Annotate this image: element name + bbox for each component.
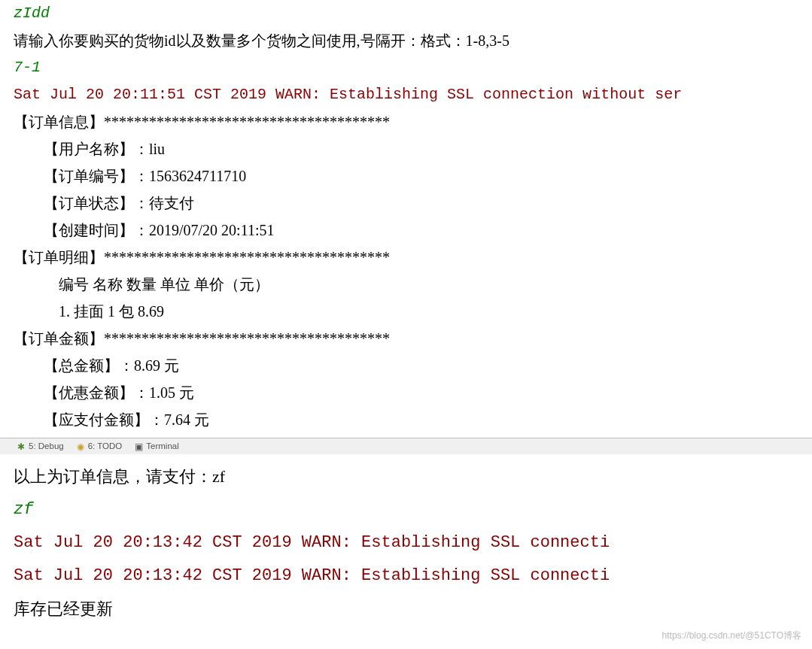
input-echo: zf [14, 493, 798, 526]
order-detail-header: 【订单明细】**********************************… [14, 244, 798, 271]
detail-title-row: 编号 名称 数量 单位 单价（元） [14, 271, 798, 298]
total-amount-line: 【总金额】：8.69 元 [14, 352, 798, 379]
ide-tool-tabs: ✱ 5: Debug ◉ 6: TODO ▣ Terminal [0, 438, 812, 454]
tab-label: 6: TODO [88, 438, 123, 454]
tab-terminal[interactable]: ▣ Terminal [134, 438, 178, 454]
todo-icon: ◉ [76, 442, 85, 451]
tab-label: Terminal [146, 438, 178, 454]
order-no-line: 【订单编号】：1563624711710 [14, 162, 798, 190]
terminal-icon: ▣ [134, 442, 143, 451]
warn-line: Sat Jul 20 20:13:42 CST 2019 WARN: Estab… [14, 560, 798, 593]
user-name-line: 【用户名称】：liu [14, 135, 798, 162]
order-amount-header: 【订单金额】**********************************… [14, 325, 798, 352]
tab-todo[interactable]: ◉ 6: TODO [76, 438, 123, 454]
discount-amount-line: 【优惠金额】：1.05 元 [14, 379, 798, 406]
create-time-line: 【创建时间】：2019/07/20 20:11:51 [14, 217, 798, 244]
order-info-header: 【订单信息】**********************************… [14, 108, 798, 135]
tab-label: 5: Debug [29, 438, 64, 454]
tab-debug[interactable]: ✱ 5: Debug [17, 438, 64, 454]
prompt-text: 请输入你要购买的货物id以及数量多个货物之间使用,号隔开：格式：1-8,3-5 [14, 27, 798, 54]
warn-line: Sat Jul 20 20:13:42 CST 2019 WARN: Estab… [14, 526, 798, 560]
stock-updated-line: 库存已经更新 [14, 593, 798, 626]
warn-line: Sat Jul 20 20:11:51 CST 2019 WARN: Estab… [14, 81, 798, 108]
input-echo: zIdd [14, 0, 798, 27]
console-output-bottom: 以上为订单信息，请支付：zf zf Sat Jul 20 20:13:42 CS… [0, 460, 812, 626]
input-echo: 7-1 [14, 54, 798, 81]
pay-amount-line: 【应支付金额】：7.64 元 [14, 406, 798, 433]
detail-data-row: 1. 挂面 1 包 8.69 [14, 298, 798, 325]
watermark-text: https://blog.csdn.net/@51CTO博客 [662, 628, 801, 644]
console-output-top: zIdd 请输入你要购买的货物id以及数量多个货物之间使用,号隔开：格式：1-8… [0, 0, 812, 433]
order-status-line: 【订单状态】：待支付 [14, 190, 798, 217]
pay-prompt-line: 以上为订单信息，请支付：zf [14, 460, 798, 493]
bug-icon: ✱ [17, 442, 26, 451]
